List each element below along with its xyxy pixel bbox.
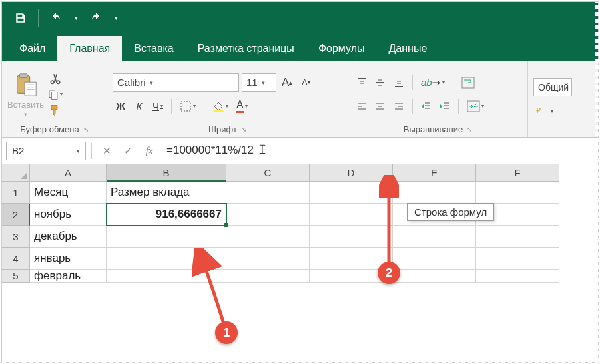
cell[interactable] [226, 270, 310, 283]
group-font: Calibri▾ 11▾ A▴ A▾ Ж К Ч▾ ▾ ▾ A▾ [107, 61, 348, 137]
cell[interactable] [476, 226, 559, 248]
name-box[interactable]: B2▾ [6, 142, 86, 160]
orientation-button[interactable]: ab↗▾ [418, 73, 448, 92]
cell[interactable] [476, 248, 559, 270]
row-header[interactable]: 1 [2, 182, 30, 204]
formula-bar: B2▾ ✕ ✓ fx =100000*11%/12𝙸 [2, 138, 598, 164]
border-button[interactable]: ▾ [177, 97, 198, 116]
cut-button[interactable] [48, 73, 63, 85]
align-right-icon [394, 101, 404, 112]
enter-button[interactable]: ✓ [119, 142, 137, 160]
paste-dropdown[interactable]: ▾ [24, 111, 27, 118]
undo-button[interactable] [43, 2, 69, 34]
font-color-button[interactable]: A▾ [234, 97, 250, 116]
align-bottom-button[interactable] [391, 73, 407, 92]
redo-button[interactable] [83, 2, 109, 34]
italic-button[interactable]: К [131, 97, 147, 116]
undo-dropdown[interactable]: ▾ [69, 2, 83, 34]
col-header-E[interactable]: E [393, 164, 476, 182]
cell[interactable]: февраль [30, 270, 107, 283]
cell-active[interactable]: 916,6666667 [107, 204, 226, 226]
tab-home[interactable]: Главная [57, 36, 122, 61]
separator [204, 99, 204, 114]
fill-color-button[interactable]: ▾ [210, 97, 231, 116]
group-label-font: Шрифт⤡ [113, 123, 342, 136]
font-name-combo[interactable]: Calibri▾ [113, 73, 239, 92]
cell[interactable] [107, 226, 226, 248]
select-all-corner[interactable] [2, 164, 30, 182]
copy-button[interactable]: ▾ [48, 89, 63, 100]
cell[interactable] [226, 182, 310, 204]
cell[interactable]: ноябрь [30, 204, 107, 226]
tab-insert[interactable]: Вставка [122, 36, 185, 61]
increase-indent-button[interactable] [437, 97, 453, 116]
spreadsheet-grid[interactable]: A B C D E F 1 Месяц Размер вклада 2 нояб… [2, 164, 598, 283]
align-center-button[interactable] [372, 97, 388, 116]
cell[interactable] [393, 270, 476, 283]
separator [91, 143, 92, 159]
row-header[interactable]: 4 [2, 248, 30, 270]
cell[interactable]: январь [30, 248, 107, 270]
cell[interactable] [226, 204, 310, 226]
outdent-icon [421, 101, 432, 112]
torn-edge [2, 359, 598, 363]
col-header-B[interactable]: B [107, 164, 226, 182]
align-left-button[interactable] [354, 97, 370, 116]
svg-rect-11 [214, 110, 224, 112]
indent-icon [440, 101, 450, 112]
row-header[interactable]: 3 [2, 226, 30, 248]
cell[interactable]: Размер вклада [107, 182, 226, 204]
cell[interactable] [393, 248, 476, 270]
dialog-launcher-icon[interactable]: ⤡ [467, 126, 472, 133]
svg-rect-1 [19, 73, 27, 77]
col-header-C[interactable]: C [226, 164, 310, 182]
dialog-launcher-icon[interactable]: ⤡ [241, 126, 246, 133]
accounting-format-button[interactable]: ₽▾ [533, 102, 556, 120]
cell[interactable] [226, 226, 310, 248]
row-2: 2 ноябрь 916,6666667 [2, 204, 598, 226]
align-top-button[interactable] [354, 73, 370, 92]
merge-icon [467, 100, 480, 112]
increase-font-button[interactable]: A▴ [279, 73, 295, 92]
row-header[interactable]: 2 [2, 204, 30, 226]
format-painter-button[interactable] [48, 104, 63, 116]
tab-data[interactable]: Данные [377, 36, 440, 61]
cancel-button[interactable]: ✕ [97, 142, 116, 160]
dialog-launcher-icon[interactable]: ⤡ [83, 126, 89, 133]
redo-dropdown[interactable]: ▾ [109, 2, 123, 34]
paste-label[interactable]: Вставить [7, 99, 44, 110]
tab-page-layout[interactable]: Разметка страницы [186, 36, 306, 61]
cell[interactable] [476, 182, 559, 204]
align-middle-button[interactable] [372, 73, 388, 92]
decrease-indent-button[interactable] [418, 97, 434, 116]
formula-input[interactable]: =100000*11%/12𝙸 [161, 142, 594, 160]
group-clipboard: Вставить ▾ ▾ Буфер обмена⤡ [2, 61, 107, 137]
align-bottom-icon [394, 77, 404, 88]
wrap-icon [461, 77, 475, 89]
col-header-A[interactable]: A [30, 164, 107, 182]
row-4: 4 январь [2, 248, 598, 270]
paste-icon [13, 71, 39, 98]
fx-button[interactable]: fx [140, 142, 158, 160]
cell[interactable] [393, 182, 476, 204]
tab-formulas[interactable]: Формулы [306, 36, 377, 61]
cell[interactable]: Месяц [30, 182, 107, 204]
tab-file[interactable]: Файл [7, 36, 57, 61]
merge-center-button[interactable]: ▾ [464, 97, 487, 116]
cell[interactable] [226, 248, 310, 270]
brush-icon [49, 104, 61, 116]
font-size-combo[interactable]: 11▾ [242, 73, 276, 92]
cell[interactable]: декабрь [30, 226, 107, 248]
save-button[interactable] [7, 2, 34, 34]
cell[interactable] [393, 226, 476, 248]
align-right-button[interactable] [391, 97, 407, 116]
decrease-font-button[interactable]: A▾ [298, 73, 314, 92]
underline-button[interactable]: Ч▾ [150, 97, 166, 116]
cell[interactable] [476, 270, 559, 283]
undo-icon [50, 12, 62, 24]
bold-button[interactable]: Ж [113, 97, 129, 116]
row-header[interactable]: 5 [2, 270, 30, 283]
col-header-F[interactable]: F [476, 164, 559, 182]
number-format-combo[interactable]: Общий [533, 78, 572, 96]
wrap-text-button[interactable] [459, 73, 477, 92]
